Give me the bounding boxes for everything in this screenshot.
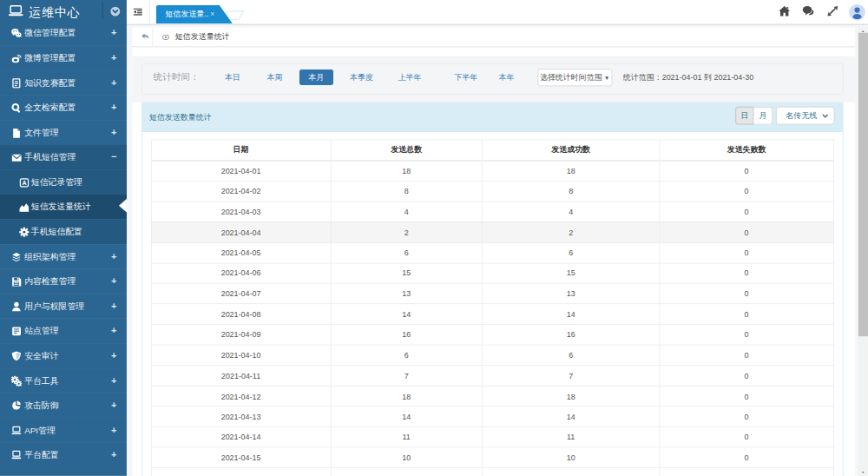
- svg-text:A: A: [22, 180, 26, 187]
